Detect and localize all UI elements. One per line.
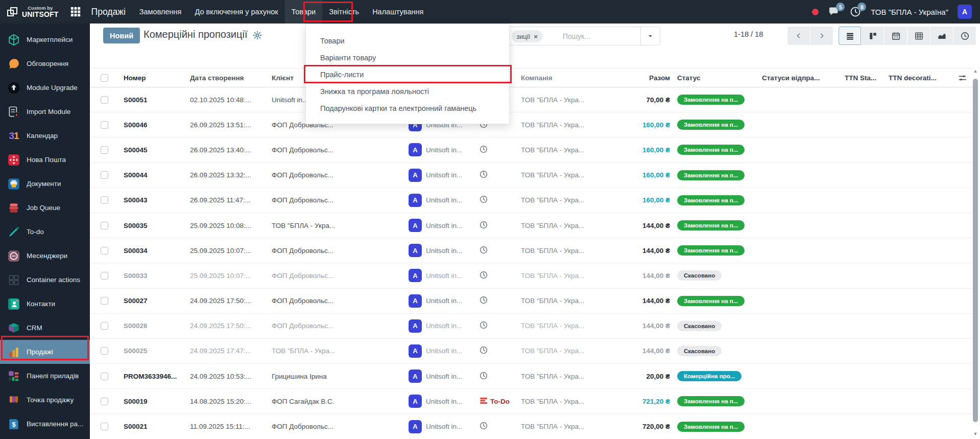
pager-prev-button[interactable]	[787, 27, 810, 45]
sidebar-item-9[interactable]: Месенджери	[0, 244, 90, 268]
view-calendar-button[interactable]	[885, 27, 907, 45]
row-checkbox[interactable]	[101, 121, 108, 129]
row-checkbox[interactable]	[101, 247, 108, 255]
row-checkbox[interactable]	[101, 322, 108, 330]
sidebar-item-11[interactable]: Контакти	[0, 292, 90, 316]
facet-remove-icon[interactable]: ×	[534, 33, 538, 40]
activity-clock-icon[interactable]	[479, 220, 488, 231]
column-header-ttn-decoration[interactable]: TTN decorati...	[885, 74, 951, 82]
view-list-button[interactable]	[839, 27, 861, 45]
table-row-PROM3633946...[interactable]: PROM3633946...24.09.2025 10:53:...Грициш…	[91, 364, 974, 389]
topbar-menu-item-3[interactable]: Звітність	[322, 0, 366, 24]
select-all-checkbox[interactable]	[101, 74, 108, 82]
column-header-total[interactable]: Разом	[632, 74, 673, 82]
row-checkbox[interactable]	[101, 297, 108, 305]
row-checkbox[interactable]	[101, 171, 108, 179]
current-app-name[interactable]: Продажі	[91, 7, 126, 17]
view-graph-button[interactable]	[930, 27, 953, 45]
activity-clock-icon[interactable]	[479, 145, 488, 155]
row-checkbox[interactable]	[101, 196, 108, 204]
column-header-status[interactable]: Статус	[673, 74, 758, 82]
column-header-date[interactable]: Дата створення	[186, 74, 268, 82]
chevron-left-icon	[795, 32, 803, 40]
optional-columns-icon[interactable]	[958, 73, 967, 83]
topbar-menu-item-2[interactable]: Товари	[285, 0, 323, 24]
row-checkbox[interactable]	[101, 347, 108, 355]
view-pivot-button[interactable]	[907, 27, 930, 45]
table-row-S00019[interactable]: S0001914.08.2025 15:20:...ФОП Сагайдак В…	[91, 389, 974, 414]
sidebar-item-14[interactable]: Панелі приладів	[0, 364, 90, 388]
column-header-number[interactable]: Номер	[117, 74, 186, 82]
table-row-S00046[interactable]: S0004626.09.2025 13:51:...ФОП Добровольс…	[91, 112, 974, 137]
activity-clock-icon[interactable]	[479, 371, 488, 382]
search-input[interactable]	[563, 29, 634, 43]
sidebar-item-6[interactable]: Документи	[0, 172, 90, 196]
sidebar-item-1[interactable]: Обговорення	[0, 52, 90, 76]
sidebar-item-3[interactable]: Import Module	[0, 100, 90, 124]
new-button[interactable]: Новий	[103, 28, 140, 43]
column-header-ttn-sta[interactable]: TTN Sta...	[841, 74, 885, 82]
table-row-S00044[interactable]: S0004426.09.2025 13:32:...ФОП Добровольс…	[91, 163, 974, 188]
column-header-shipping-status[interactable]: Статуси відпра...	[758, 74, 841, 82]
row-checkbox[interactable]	[101, 272, 108, 280]
sidebar-item-5[interactable]: Нова Пошта	[0, 148, 90, 172]
activity-clock-icon[interactable]	[479, 295, 488, 306]
company-switcher[interactable]: ТОВ "БПЛА - Україна"	[871, 8, 948, 16]
row-checkbox[interactable]	[101, 423, 108, 430]
sidebar-item-15[interactable]: Точка продажу	[0, 388, 90, 412]
sidebar-item-2[interactable]: Module Upgrade	[0, 76, 90, 100]
topbar-menu-item-4[interactable]: Налаштування	[366, 0, 430, 24]
search-dropdown-toggle[interactable]	[640, 27, 660, 45]
activity-clock-icon[interactable]	[479, 245, 488, 256]
view-activity-button[interactable]	[953, 27, 976, 45]
sidebar-item-4[interactable]: 31Календар	[0, 124, 90, 148]
sidebar-item-12[interactable]: CRM	[0, 316, 90, 340]
activity-clock-icon[interactable]	[479, 320, 488, 331]
table-row-S00026[interactable]: S0002624.09.2025 17:50:...ФОП Добровольс…	[91, 314, 974, 339]
table-row-S00027[interactable]: S0002724.09.2025 17:50:...ФОП Добровольс…	[91, 289, 974, 314]
activity-clock-icon[interactable]	[479, 421, 488, 432]
activity-clock-icon[interactable]	[479, 195, 488, 205]
view-kanban-button[interactable]	[862, 27, 884, 45]
topbar-menu-item-0[interactable]: Замовлення	[133, 0, 188, 24]
pager-next-button[interactable]	[810, 27, 833, 45]
table-row-S00045[interactable]: S0004526.09.2025 13:40:...ФОП Добровольс…	[91, 137, 974, 163]
scrollbar-down-arrow[interactable]: ▼	[972, 430, 978, 437]
activity-clock-icon[interactable]	[479, 170, 488, 180]
sidebar-item-10[interactable]: Container actions	[0, 268, 90, 292]
user-avatar[interactable]: A	[958, 5, 972, 19]
dropdown-item-3[interactable]: Знижка та програма лояльності	[306, 83, 509, 100]
row-checkbox[interactable]	[101, 222, 108, 229]
sidebar-item-0[interactable]: Маркетплейси	[0, 28, 90, 52]
row-checkbox[interactable]	[101, 146, 108, 154]
table-row-S00043[interactable]: S0004326.09.2025 11:47:...ФОП Добровольс…	[91, 188, 974, 213]
scrollbar-thumb[interactable]	[973, 79, 978, 422]
sidebar-item-8[interactable]: To-do	[0, 220, 90, 244]
topbar-menu-item-1[interactable]: До включення у рахунок	[188, 0, 284, 24]
dropdown-item-1[interactable]: Варіанти товару	[306, 49, 509, 66]
activity-todo-icon[interactable]	[479, 396, 488, 407]
table-row-S00051[interactable]: S0005102.10.2025 10:48:...Unitsoft in...…	[91, 87, 974, 112]
activity-clock-icon[interactable]	[479, 270, 488, 281]
table-row-S00021[interactable]: S0002111.09.2025 15:11:...ФОП Добровольс…	[91, 414, 974, 439]
table-row-S00025[interactable]: S0002524.09.2025 17:47:...ТОВ "БПЛА - Ук…	[91, 339, 974, 364]
sidebar-item-13[interactable]: Продажі	[0, 340, 90, 364]
gear-icon[interactable]	[252, 30, 262, 40]
column-header-company[interactable]: Компанія	[518, 74, 632, 82]
scrollbar-up-arrow[interactable]: ▲	[972, 67, 978, 75]
table-row-S00035[interactable]: S0003525.09.2025 10:08:...ТОВ "БПЛА - Ук…	[91, 213, 974, 238]
apps-grid-icon[interactable]	[70, 6, 81, 17]
sidebar-item-16[interactable]: $Виставлення ра...	[0, 412, 90, 436]
messages-icon[interactable]: 5	[828, 6, 840, 18]
row-checkbox[interactable]	[101, 373, 108, 380]
sidebar-item-7[interactable]: Job Queue	[0, 196, 90, 220]
table-row-S00034[interactable]: S0003425.09.2025 10:07:...ФОП Добровольс…	[91, 238, 974, 263]
activity-clock-icon[interactable]	[479, 345, 488, 356]
dropdown-item-2[interactable]: Прайс-листи	[306, 66, 509, 83]
row-checkbox[interactable]	[101, 96, 108, 104]
dropdown-item-0[interactable]: Товари	[306, 32, 509, 49]
activities-icon[interactable]: 8	[849, 6, 862, 18]
row-checkbox[interactable]	[101, 398, 108, 405]
dropdown-item-4[interactable]: Подарункові картки та електронний гамане…	[306, 100, 509, 117]
table-row-S00033[interactable]: S0003325.09.2025 10:07:...ФОП Добровольс…	[91, 263, 974, 288]
